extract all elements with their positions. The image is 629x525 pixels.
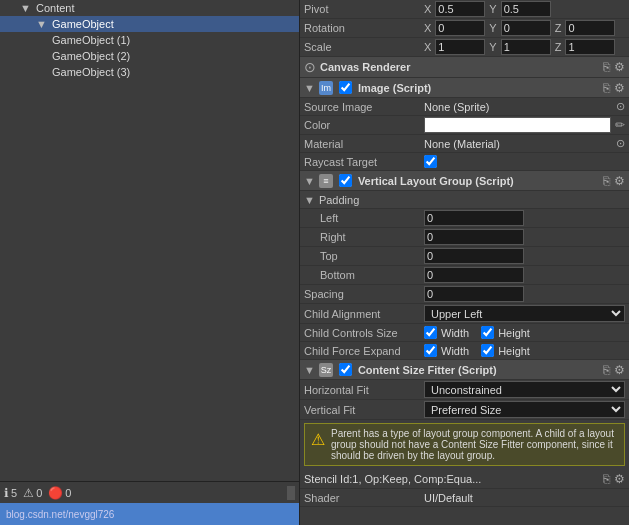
warning-count-item: ⚠ 0	[23, 486, 42, 500]
image-script-header: ▼ Im Image (Script) ⎘ ⚙	[300, 78, 629, 98]
script-icon: ℹ	[4, 486, 9, 500]
child-controls-height-checkbox[interactable]	[481, 326, 494, 339]
image-script-checkbox[interactable]	[339, 81, 352, 94]
warning-triangle-icon: ⚠	[311, 430, 325, 449]
top-row: Top	[300, 247, 629, 266]
image-script-copy-icon[interactable]: ⎘	[603, 81, 610, 95]
image-script-gear-icon[interactable]: ⚙	[614, 81, 625, 95]
pivot-y-label: Y	[489, 3, 496, 15]
left-input[interactable]	[424, 210, 524, 226]
left-label: Left	[304, 212, 424, 224]
horizontal-fit-row: Horizontal Fit Unconstrained	[300, 380, 629, 400]
rotation-y-input[interactable]	[501, 20, 551, 36]
tree-item[interactable]: ▼ GameObject	[0, 16, 299, 32]
error-count: 0	[65, 487, 71, 499]
vertical-layout-gear-icon[interactable]: ⚙	[614, 174, 625, 188]
padding-label: Padding	[319, 194, 625, 206]
rotation-y-label: Y	[489, 22, 496, 34]
content-size-fitter-header: ▼ Sz Content Size Fitter (Script) ⎘ ⚙	[300, 360, 629, 380]
vertical-fit-label: Vertical Fit	[304, 404, 424, 416]
horizontal-fit-dropdown[interactable]: Unconstrained	[424, 381, 625, 398]
pivot-x-label: X	[424, 3, 431, 15]
top-input[interactable]	[424, 248, 524, 264]
source-image-dot-icon[interactable]: ⊙	[616, 100, 625, 113]
bottom-bar: ℹ 5 ⚠ 0 🔴 0	[0, 481, 299, 503]
horizontal-fit-label: Horizontal Fit	[304, 384, 424, 396]
content-size-fitter-checkbox[interactable]	[339, 363, 352, 376]
child-force-row: Child Force Expand Width Height	[300, 342, 629, 360]
tree-item[interactable]: ▼ Content	[0, 0, 299, 16]
tree-item-label: GameObject (3)	[52, 66, 130, 78]
color-field-group: ✏	[424, 117, 625, 133]
vertical-layout-arrow-icon: ▼	[304, 175, 315, 187]
canvas-renderer-title: Canvas Renderer	[320, 61, 599, 73]
child-align-label: Child Alignment	[304, 308, 424, 320]
vertical-fit-dropdown[interactable]: Preferred Size	[424, 401, 625, 418]
child-force-width-checkbox[interactable]	[424, 344, 437, 357]
raycast-checkbox[interactable]	[424, 155, 437, 168]
shader-label: Shader	[304, 492, 424, 504]
warning-box: ⚠ Parent has a type of layout group comp…	[304, 423, 625, 466]
spacing-input[interactable]	[424, 286, 524, 302]
child-force-checks: Width Height	[424, 344, 625, 357]
rotation-row: Rotation X Y Z	[300, 19, 629, 38]
tree-item[interactable]: GameObject (1)	[0, 32, 299, 48]
vertical-layout-checkbox[interactable]	[339, 174, 352, 187]
tree-item[interactable]: GameObject (2)	[0, 48, 299, 64]
stencil-copy-icon[interactable]: ⎘	[603, 472, 610, 486]
tree-item[interactable]: GameObject (3)	[0, 64, 299, 80]
pivot-y-input[interactable]	[501, 1, 551, 17]
shader-value: UI/Default	[424, 492, 473, 504]
child-force-height-checkbox[interactable]	[481, 344, 494, 357]
spacing-label: Spacing	[304, 288, 424, 300]
right-row: Right	[300, 228, 629, 247]
raycast-row: Raycast Target	[300, 153, 629, 171]
pivot-x-input[interactable]	[435, 1, 485, 17]
canvas-renderer-gear-icon[interactable]: ⚙	[614, 60, 625, 74]
pivot-fields: X Y	[424, 1, 625, 17]
vertical-layout-copy-icon[interactable]: ⎘	[603, 174, 610, 188]
scroll-handle[interactable]	[287, 486, 295, 500]
scale-y-label: Y	[489, 41, 496, 53]
scale-z-input[interactable]	[565, 39, 615, 55]
pivot-label: Pivot	[304, 3, 424, 15]
rotation-z-input[interactable]	[565, 20, 615, 36]
warning-count: 0	[36, 487, 42, 499]
bottom-input[interactable]	[424, 267, 524, 283]
pivot-row: Pivot X Y	[300, 0, 629, 19]
scale-x-label: X	[424, 41, 431, 53]
rotation-x-label: X	[424, 22, 431, 34]
child-controls-checks: Width Height	[424, 326, 625, 339]
right-input[interactable]	[424, 229, 524, 245]
color-row: Color ✏	[300, 116, 629, 135]
warning-text: Parent has a type of layout group compon…	[331, 428, 618, 461]
error-icon: 🔴	[48, 486, 63, 500]
content-size-fitter-copy-icon[interactable]: ⎘	[603, 363, 610, 377]
stencil-gear-icon[interactable]: ⚙	[614, 472, 625, 486]
source-image-value-group: None (Sprite) ⊙	[424, 100, 625, 113]
scale-y-input[interactable]	[501, 39, 551, 55]
vertical-fit-row: Vertical Fit Preferred Size	[300, 400, 629, 420]
material-dot-icon[interactable]: ⊙	[616, 137, 625, 150]
color-pipette-icon[interactable]: ✏	[615, 118, 625, 132]
content-size-fitter-gear-icon[interactable]: ⚙	[614, 363, 625, 377]
child-force-height-label: Height	[498, 345, 530, 357]
child-controls-width-checkbox[interactable]	[424, 326, 437, 339]
color-picker[interactable]	[424, 117, 611, 133]
canvas-renderer-copy-icon[interactable]: ⎘	[603, 60, 610, 74]
color-label: Color	[304, 119, 424, 131]
stencil-header: Stencil Id:1, Op:Keep, Comp:Equa... ⎘ ⚙	[300, 469, 629, 489]
image-script-arrow-icon: ▼	[304, 82, 315, 94]
scale-fields: X Y Z	[424, 39, 625, 55]
right-panel[interactable]: Pivot X Y Rotation X Y Z Scale X Y Z	[300, 0, 629, 525]
padding-header: ▼ Padding	[300, 191, 629, 209]
bottom-row: Bottom	[300, 266, 629, 285]
bottom-label: Bottom	[304, 269, 424, 281]
rotation-x-input[interactable]	[435, 20, 485, 36]
content-size-fitter-arrow-icon: ▼	[304, 364, 315, 376]
tree-item-label: Content	[36, 2, 75, 14]
scale-x-input[interactable]	[435, 39, 485, 55]
material-value-group: None (Material) ⊙	[424, 137, 625, 150]
script-count-item: ℹ 5	[4, 486, 17, 500]
child-align-dropdown[interactable]: Upper Left	[424, 305, 625, 322]
